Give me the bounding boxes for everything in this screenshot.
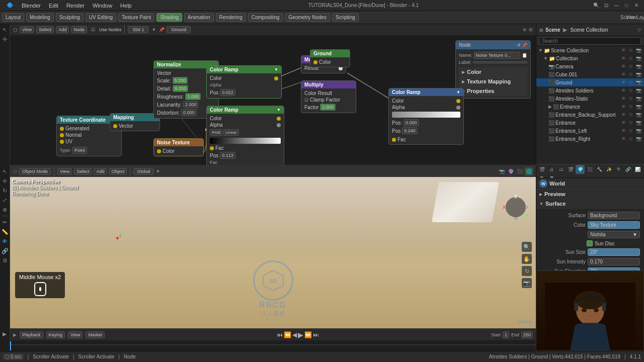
- vp-measure[interactable]: 📏: [1, 227, 10, 236]
- ne-pinicon[interactable]: 📌: [159, 27, 165, 32]
- pp-tab-shader[interactable]: 💎: [547, 174, 556, 178]
- cr2-pos-val[interactable]: 0.113: [220, 152, 235, 159]
- outliner-ground[interactable]: ⬛ Ground 👁 ⊙ 📷: [536, 78, 644, 86]
- cube-eye[interactable]: 👁: [620, 71, 627, 78]
- menu-render[interactable]: Render: [63, 2, 88, 10]
- workspace-tab-animation[interactable]: Animation: [184, 13, 213, 22]
- entr-render[interactable]: 📷: [635, 103, 642, 110]
- pp-tab-world[interactable]: 🌍: [576, 165, 585, 174]
- outliner-camera[interactable]: 📷 Camera 👁 ⊙ 📷: [536, 62, 644, 70]
- n-roughness-val[interactable]: 1.000: [185, 93, 201, 100]
- workspace-tab-texture[interactable]: Texture Paint: [118, 13, 154, 22]
- sc-eye[interactable]: 👁: [620, 47, 627, 54]
- cr3-pos1-val[interactable]: 0.000: [404, 119, 419, 126]
- outliner-search-input[interactable]: [539, 37, 641, 45]
- vp-rotate-tool[interactable]: ↻: [1, 186, 10, 195]
- minimize-icon[interactable]: —: [612, 1, 621, 10]
- pp-tab-viewlayer[interactable]: 🗂: [556, 165, 566, 174]
- vp-transform-tool[interactable]: ⊕: [1, 205, 10, 214]
- tl-next-frame[interactable]: ⏩: [304, 331, 312, 338]
- sol-eye[interactable]: 👁: [620, 87, 627, 94]
- ne-use-nodes-check[interactable]: ☑: [89, 27, 97, 33]
- cr1-expand[interactable]: ▼: [274, 67, 278, 72]
- entrl-eye[interactable]: 👁: [620, 127, 627, 134]
- gizmo-front[interactable]: Y: [525, 213, 528, 218]
- col-eye[interactable]: 👁: [620, 55, 627, 62]
- pp-tab-scene[interactable]: 🎬: [566, 165, 575, 174]
- tl-icon[interactable]: ▶: [0, 329, 9, 338]
- node-multiply-2[interactable]: Multiply Color Result ☑ Clamp Factor Fac…: [301, 80, 356, 113]
- outliner-cube001[interactable]: ⬛ Cube.001 👁 ⊙ 📷: [536, 70, 644, 78]
- vp-view-btn[interactable]: View: [57, 168, 72, 175]
- pp-tab-particles[interactable]: ✨: [604, 165, 613, 174]
- sol-sel[interactable]: ⊙: [627, 87, 634, 94]
- np-texmap-section[interactable]: ▶ Texture Mapping: [459, 77, 527, 86]
- window-mode-icon[interactable]: ⊡: [602, 1, 611, 10]
- tl-playhead[interactable]: [10, 341, 11, 350]
- tl-marker-btn[interactable]: Marker: [86, 331, 105, 338]
- entrbk-render[interactable]: 📷: [635, 111, 642, 118]
- cam-eye[interactable]: 👁: [620, 63, 627, 70]
- tl-playback-btn[interactable]: Playback: [20, 331, 43, 338]
- vp-tool10[interactable]: ⚙: [1, 256, 10, 265]
- workspace-tab-geometry[interactable]: Geometry Nodes: [285, 13, 330, 22]
- ne-add-menu[interactable]: Add: [56, 26, 69, 33]
- vp-rendered-icon[interactable]: 🌐: [525, 167, 533, 175]
- workspace-tab-layout[interactable]: Layout: [2, 13, 24, 22]
- vp-pan[interactable]: ✋: [522, 254, 532, 264]
- node-tool-1[interactable]: ↖: [1, 25, 10, 34]
- static-eye[interactable]: 👁: [620, 95, 627, 102]
- vp-tool9[interactable]: 🔗: [1, 246, 10, 255]
- gizmo-left[interactable]: X: [503, 205, 506, 210]
- workspace-tab-shading[interactable]: Shading: [156, 13, 182, 22]
- viewport-3d[interactable]: ⬡ Object Mode View Select Add Object Glo…: [10, 166, 536, 328]
- entrbk-eye[interactable]: 👁: [620, 111, 627, 118]
- entrr-render[interactable]: 📷: [635, 135, 642, 142]
- outliner-entrance-backup[interactable]: ⬛ Entrance_Backup_Support 👁 ⊙ 📷: [536, 111, 644, 119]
- node-colorramp-1[interactable]: Color Ramp ▼ Color Alpha Pos 0.022: [206, 65, 282, 99]
- maximize-icon[interactable]: □: [622, 1, 631, 10]
- n-scale-val[interactable]: 5.200: [173, 77, 188, 84]
- outliner-entrance[interactable]: ▶ ⬛ Entrance 👁 ⊙ 📷: [536, 103, 644, 111]
- entr2-sel[interactable]: ⊙: [627, 119, 634, 126]
- cr1-pos-val[interactable]: 0.022: [220, 89, 235, 96]
- np-label-val[interactable]: [473, 61, 527, 63]
- pp-tab-material[interactable]: 🎨: [537, 174, 546, 178]
- np-color-section[interactable]: ▶ Color: [459, 67, 527, 77]
- cr2-linear-btn[interactable]: Linear: [223, 129, 238, 136]
- menu-blender[interactable]: 🔷: [3, 1, 17, 10]
- node-canvas[interactable]: Texture Coordinate Generated Normal UV: [10, 35, 536, 165]
- cr3-expand[interactable]: ▼: [456, 90, 460, 95]
- menu-window[interactable]: Window: [89, 2, 116, 10]
- ground-render[interactable]: 📷: [635, 79, 642, 86]
- scene-selector[interactable]: ⬡ 0 src: [3, 353, 24, 360]
- entr2-render[interactable]: 📷: [635, 119, 642, 126]
- workspace-tab-scripting[interactable]: Scripting: [332, 13, 359, 22]
- vp-view[interactable]: 👁: [1, 237, 10, 246]
- menu-help[interactable]: Help: [117, 2, 135, 10]
- workspace-tab-rendering[interactable]: Rendering: [216, 13, 246, 22]
- vp-object-btn[interactable]: Object: [109, 168, 127, 175]
- workspace-tab-modeling[interactable]: Modeling: [26, 13, 54, 22]
- cube-sel[interactable]: ⊙: [627, 71, 634, 78]
- vp-annotate[interactable]: ✏: [1, 218, 10, 227]
- ne-select-menu[interactable]: Select: [36, 26, 54, 33]
- static-render[interactable]: 📷: [635, 95, 642, 102]
- vp-camera-icon[interactable]: 📷: [498, 167, 506, 175]
- entrbk-sel[interactable]: ⊙: [627, 111, 634, 118]
- scroller-activate-2[interactable]: Scroller Activate: [78, 354, 115, 359]
- node-tool-2[interactable]: ✢: [1, 35, 10, 44]
- ground-sel[interactable]: ⊙: [627, 79, 634, 86]
- vp-orbit[interactable]: ↻: [522, 266, 532, 276]
- pp-tab-object[interactable]: ⬛: [585, 165, 594, 174]
- timeline-body[interactable]: [10, 340, 536, 352]
- sol-render[interactable]: 📷: [635, 87, 642, 94]
- gizmo-top[interactable]: Z: [514, 194, 517, 199]
- static-sel[interactable]: ⊙: [627, 95, 634, 102]
- tl-view-btn[interactable]: View: [68, 331, 83, 338]
- entr-sel[interactable]: ⊙: [627, 103, 634, 110]
- vp-select-tool[interactable]: ↖: [1, 167, 10, 176]
- outliner-entrance2[interactable]: ⬛ Entrance 👁 ⊙ 📷: [536, 119, 644, 127]
- surface-section-header[interactable]: ▼ Surface: [536, 199, 644, 209]
- scroller-activate-1[interactable]: Scroller Activate: [33, 354, 69, 359]
